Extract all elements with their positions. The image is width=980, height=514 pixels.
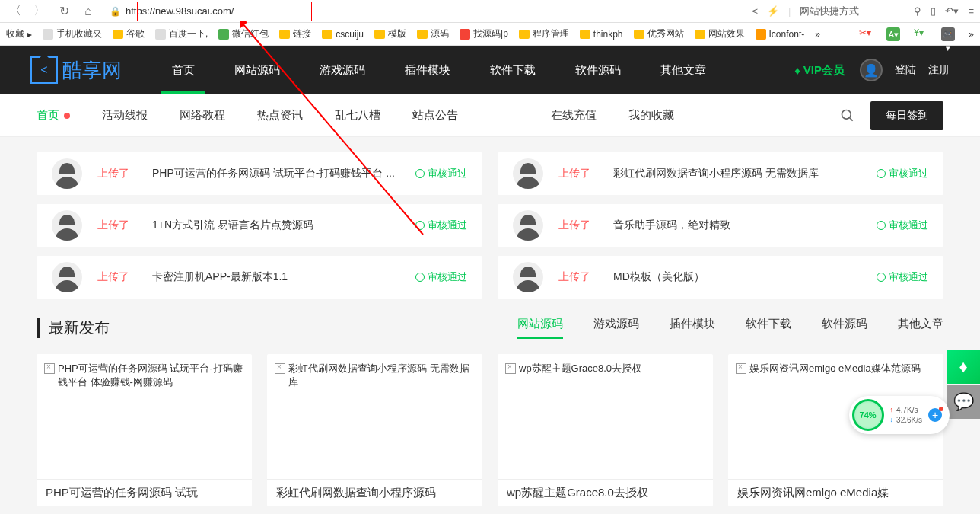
bookmark-item[interactable]: 手机收藏夹 <box>43 27 102 40</box>
content-card[interactable]: PHP可运营的任务网源码 试玩平台-打码赚钱平台 体验赚钱-网赚源码 PHP可运… <box>37 354 252 506</box>
subnav-home[interactable]: 首页 <box>37 108 70 123</box>
category-tab[interactable]: 其他文章 <box>898 317 943 339</box>
latest-header: 最新发布 网站源码游戏源码插件模块软件下载软件源码其他文章 <box>0 299 980 339</box>
folder-icon <box>519 30 530 39</box>
folder-icon <box>417 30 428 39</box>
category-tab[interactable]: 软件下载 <box>746 317 791 339</box>
search-icon[interactable]: ⚲ <box>914 5 921 17</box>
bookmark-item[interactable]: thinkph <box>580 29 623 40</box>
subnav-activity[interactable]: 活动线报 <box>102 108 148 123</box>
uploader-avatar <box>52 210 82 241</box>
nav-other[interactable]: 其他文章 <box>641 46 726 94</box>
content-card[interactable]: wp苏醒主题Grace8.0去授权 wp苏醒主题Grace8.0去授权 <box>498 354 713 506</box>
broken-image-icon <box>275 363 285 374</box>
upload-title: MD模板（美化版） <box>613 270 877 284</box>
nav-software-download[interactable]: 软件下载 <box>470 46 555 94</box>
subnav-favorites[interactable]: 我的收藏 <box>628 108 674 123</box>
subnav-recharge[interactable]: 在线充值 <box>551 108 597 123</box>
login-link[interactable]: 登陆 <box>895 63 916 77</box>
upload-label: 上传了 <box>558 219 590 232</box>
quick-access-label[interactable]: 网站快捷方式 <box>800 5 859 18</box>
site-logo[interactable]: < 酷享网 <box>30 56 122 84</box>
speed-widget[interactable]: 74% ↑4.7K/s ↓32.6K/s + <box>849 396 950 434</box>
content-card[interactable]: 彩虹代刷网数据查询小程序源码 无需数据库 彩虹代刷网数据查询小程序源码 <box>267 354 482 506</box>
subnav-tutorial[interactable]: 网络教程 <box>180 108 225 123</box>
bookmark-item[interactable]: 优秀网站 <box>634 27 684 40</box>
bookmark-item[interactable]: 找源码|p <box>460 27 508 40</box>
clock-icon <box>415 221 425 230</box>
upload-card[interactable]: 上传了 PHP可运营的任务网源码 试玩平台-打码赚钱平台 ... 审核通过 <box>37 152 482 195</box>
logo-text: 酷享网 <box>62 57 122 84</box>
bookmark-item[interactable]: Iconfont- <box>756 29 805 40</box>
clock-icon <box>877 169 886 178</box>
speed-badge-icon[interactable]: + <box>928 408 942 422</box>
float-vip-button[interactable]: ♦ <box>947 350 980 384</box>
upload-card[interactable]: 上传了 彩虹代刷网数据查询小程序源码 无需数据库 审核通过 <box>498 152 943 195</box>
card-title: wp苏醒主题Grace8.0去授权 <box>498 479 713 506</box>
bookmark-item[interactable]: 微信红包 <box>218 27 269 40</box>
notification-dot <box>64 113 70 119</box>
ext-money-icon[interactable]: ¥▾ <box>914 27 928 41</box>
subnav-misc[interactable]: 乱七八槽 <box>335 108 380 123</box>
bookmark-item[interactable]: 链接 <box>279 27 311 40</box>
search-icon[interactable] <box>840 108 855 123</box>
folder-icon <box>634 30 644 39</box>
uploader-avatar <box>513 158 543 189</box>
register-link[interactable]: 注册 <box>928 63 950 77</box>
user-avatar[interactable]: 👤 <box>860 59 883 81</box>
forward-button[interactable]: 〉 <box>30 2 49 21</box>
undo-icon[interactable]: ↶▾ <box>945 5 959 17</box>
upload-label: 上传了 <box>97 167 129 180</box>
category-tab[interactable]: 游戏源码 <box>593 317 639 339</box>
daily-signin-button[interactable]: 每日签到 <box>870 101 943 130</box>
upload-status: 审核通过 <box>415 219 467 232</box>
upload-card[interactable]: 上传了 1+N方式引流 易语言名片点赞源码 审核通过 <box>37 204 482 247</box>
subnav-announce[interactable]: 站点公告 <box>412 108 458 123</box>
upload-card[interactable]: 上传了 音乐助手源码，绝对精致 审核通过 <box>498 204 943 247</box>
ext-overflow[interactable]: » <box>969 29 974 40</box>
folder-icon <box>580 30 590 39</box>
page-icon <box>756 29 766 40</box>
nav-home[interactable]: 首页 <box>152 46 215 94</box>
bookmark-item[interactable]: 模版 <box>374 27 406 40</box>
upload-card[interactable]: 上传了 卡密注册机APP-最新版本1.1 审核通过 <box>37 256 482 299</box>
bookmarks-bar: 收藏 ▸ 手机收藏夹 谷歌 百度一下, 微信红包 链接 cscuiju 模版 源… <box>0 23 980 46</box>
upload-status: 审核通过 <box>415 270 467 284</box>
bolt-icon[interactable]: ⚡ <box>767 5 779 17</box>
bookmark-item[interactable]: 程序管理 <box>519 27 569 40</box>
card-title: PHP可运营的任务网源码 试玩 <box>37 479 252 506</box>
bookmark-item[interactable]: 源码 <box>417 27 449 40</box>
category-tab[interactable]: 插件模块 <box>670 317 715 339</box>
bookmark-item[interactable]: 百度一下, <box>155 27 208 40</box>
category-tab[interactable]: 软件源码 <box>822 317 867 339</box>
folder-icon <box>322 30 332 39</box>
ext-translate-icon[interactable]: A▾ <box>886 27 900 41</box>
refresh-button[interactable]: ↻ <box>55 2 73 21</box>
menu-icon[interactable]: ≡ <box>968 5 974 17</box>
bookmark-item[interactable]: cscuiju <box>322 29 364 40</box>
home-button[interactable]: ⌂ <box>79 2 97 21</box>
bookmark-item[interactable]: 谷歌 <box>113 27 145 40</box>
url-bar[interactable]: 🔒 https://new.98sucai.com/ <box>103 2 240 21</box>
bookmarks-label[interactable]: 收藏 ▸ <box>6 27 32 40</box>
vip-link[interactable]: ♦ VIP会员 <box>794 63 845 78</box>
nav-game-source[interactable]: 游戏源码 <box>300 46 385 94</box>
nav-software-source[interactable]: 软件源码 <box>555 46 641 94</box>
upload-card[interactable]: 上传了 MD模板（美化版） 审核通过 <box>498 256 943 299</box>
back-button[interactable]: 〈 <box>6 2 24 21</box>
float-chat-button[interactable]: 💬 <box>947 385 980 419</box>
ext-game-icon[interactable]: 🎮▾ <box>941 27 955 41</box>
category-tab[interactable]: 网站源码 <box>517 317 563 339</box>
mobile-icon[interactable]: ▯ <box>931 5 936 17</box>
share-icon[interactable]: < <box>752 5 758 17</box>
upload-status: 审核通过 <box>877 270 928 284</box>
subnav-hot[interactable]: 热点资讯 <box>257 108 303 123</box>
nav-website-source[interactable]: 网站源码 <box>215 46 300 94</box>
card-title: 彩虹代刷网数据查询小程序源码 <box>267 479 482 506</box>
clock-icon <box>877 273 886 282</box>
upload-title: 卡密注册机APP-最新版本1.1 <box>152 270 415 284</box>
bookmarks-overflow[interactable]: » <box>815 29 820 40</box>
ext-scissors-icon[interactable]: ✂▾ <box>859 27 873 41</box>
nav-plugin[interactable]: 插件模块 <box>385 46 470 94</box>
bookmark-item[interactable]: 网站效果 <box>695 27 745 40</box>
